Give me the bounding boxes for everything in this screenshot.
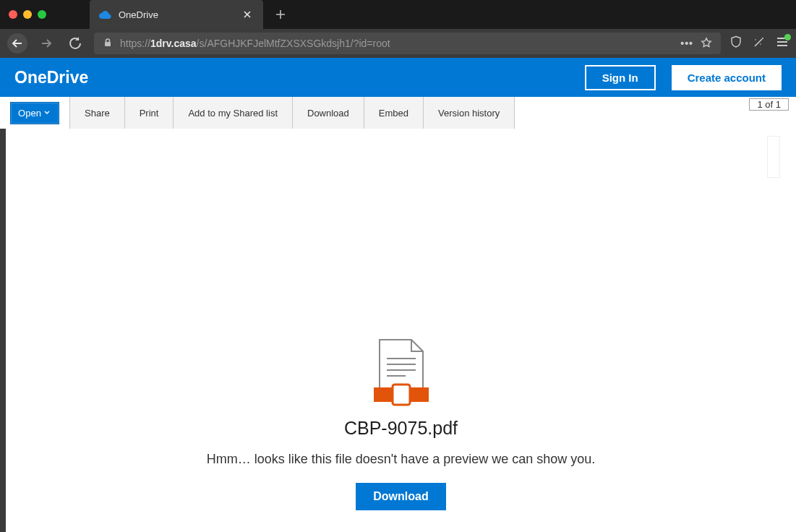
address-bar[interactable]: https://1drv.casa/s/AFGHJKFJelMtfZXSXSGk…: [94, 33, 721, 54]
svg-point-2: [755, 39, 756, 40]
onedrive-header: OneDrive Sign In Create account: [0, 58, 796, 97]
share-button[interactable]: Share: [69, 97, 125, 129]
onedrive-cloud-icon: [98, 10, 111, 19]
download-button[interactable]: Download: [356, 483, 445, 510]
wand-icon[interactable]: [753, 35, 766, 51]
lock-icon: [103, 38, 113, 50]
back-button[interactable]: [7, 33, 27, 53]
minimize-window-button[interactable]: [23, 10, 32, 19]
print-button[interactable]: Print: [125, 97, 174, 129]
svg-point-3: [760, 43, 761, 45]
no-preview-message: Hmm… looks like this file doesn't have a…: [148, 452, 654, 467]
embed-button[interactable]: Embed: [364, 97, 424, 129]
svg-rect-0: [105, 42, 111, 46]
maximize-window-button[interactable]: [38, 10, 46, 19]
chevron-down-icon: [43, 108, 51, 119]
bookmark-star-icon[interactable]: [701, 37, 712, 51]
tab-title: OneDrive: [119, 9, 158, 20]
traffic-lights: [9, 10, 46, 19]
browser-toolbar: https://1drv.casa/s/AFGHJKFJelMtfZXSXSGk…: [0, 29, 796, 58]
browser-tab[interactable]: OneDrive: [90, 0, 263, 29]
url-text: https://1drv.casa/s/AFGHJKFJelMtfZXSXSGk…: [120, 38, 673, 49]
tab-close-button[interactable]: [240, 7, 254, 22]
sign-in-button[interactable]: Sign In: [585, 65, 656, 90]
update-indicator-icon: [784, 34, 791, 40]
new-tab-button[interactable]: [270, 4, 291, 25]
open-dropdown-button[interactable]: Open: [10, 102, 59, 124]
close-window-button[interactable]: [9, 10, 17, 19]
file-illustration-icon: [148, 337, 654, 409]
page-actions-icon[interactable]: •••: [680, 38, 693, 49]
create-account-button[interactable]: Create account: [672, 65, 782, 90]
hamburger-menu-icon[interactable]: [776, 35, 789, 51]
svg-point-1: [762, 38, 763, 39]
add-shared-button[interactable]: Add to my Shared list: [174, 97, 293, 129]
download-toolbar-button[interactable]: Download: [293, 97, 364, 129]
window-titlebar: OneDrive: [0, 0, 796, 29]
shield-icon[interactable]: [729, 35, 742, 51]
file-toolbar: Open Share Print Add to my Shared list D…: [0, 97, 796, 129]
preview-area: CBP-9075.pdf Hmm… looks like this file d…: [0, 129, 796, 532]
svg-rect-9: [393, 385, 410, 405]
forward-button[interactable]: [36, 33, 56, 53]
page-counter: 1 of 1: [749, 98, 789, 111]
version-history-button[interactable]: Version history: [424, 97, 515, 129]
file-name: CBP-9075.pdf: [148, 418, 654, 439]
app-title: OneDrive: [14, 68, 88, 87]
reload-button[interactable]: [65, 33, 85, 53]
